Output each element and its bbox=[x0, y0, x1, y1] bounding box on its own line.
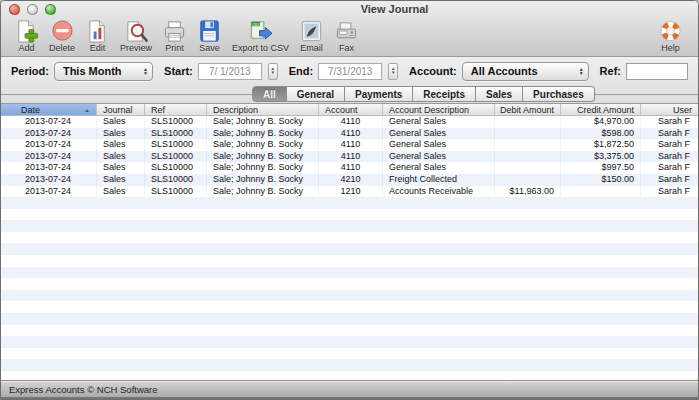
edit-button[interactable]: Edit bbox=[80, 19, 115, 53]
table-row[interactable]: 2013-07-24SalesSLS10000Sale; Johnny B. S… bbox=[1, 139, 698, 151]
mail-stamp-icon bbox=[299, 19, 324, 44]
start-date-field[interactable] bbox=[198, 63, 262, 80]
table-cell: General Sales bbox=[383, 151, 495, 163]
export-to-csv-button[interactable]: CSV Export to CSV bbox=[227, 19, 294, 53]
table-cell: $997.50 bbox=[561, 162, 641, 174]
zoom-button[interactable] bbox=[45, 4, 56, 15]
tab-payments[interactable]: Payments bbox=[345, 86, 413, 102]
start-date-stepper[interactable]: ▲▼ bbox=[268, 63, 278, 80]
tab-sales[interactable]: Sales bbox=[476, 86, 523, 102]
table-cell bbox=[495, 174, 561, 186]
table-cell: Sarah F bbox=[641, 128, 698, 140]
column-header-user[interactable]: User bbox=[641, 104, 698, 115]
table-cell: Sale; Johnny B. Socky bbox=[207, 128, 319, 140]
column-header-account[interactable]: Account bbox=[319, 104, 383, 115]
toolbar-button-label: Export to CSV bbox=[232, 43, 289, 53]
period-label: Period: bbox=[11, 65, 49, 77]
table-cell: 2013-07-24 bbox=[1, 139, 97, 151]
table-cell: Sales bbox=[97, 162, 145, 174]
doc-chart-icon bbox=[85, 19, 110, 44]
close-button[interactable] bbox=[9, 4, 20, 15]
table-cell: 1210 bbox=[319, 186, 383, 198]
column-header-journal[interactable]: Journal bbox=[97, 104, 145, 115]
table-cell: General Sales bbox=[383, 116, 495, 128]
tab-purchases[interactable]: Purchases bbox=[523, 86, 595, 102]
doc-magnifier-icon bbox=[124, 19, 149, 44]
table-cell: Sale; Johnny B. Socky bbox=[207, 174, 319, 186]
preview-button[interactable]: Preview bbox=[115, 19, 157, 53]
table-cell: Sales bbox=[97, 116, 145, 128]
column-header-credit-amount[interactable]: Credit Amount bbox=[561, 104, 641, 115]
toolbar: Add Delete Edit bbox=[1, 18, 698, 56]
popup-arrows-icon: ▲▼ bbox=[579, 67, 584, 76]
table-cell: SLS10000 bbox=[145, 151, 207, 163]
toolbar-button-label: Add bbox=[18, 43, 34, 53]
csv-export-icon: CSV bbox=[248, 19, 273, 44]
table-row[interactable]: 2013-07-24SalesSLS10000Sale; Johnny B. S… bbox=[1, 128, 698, 140]
delete-button[interactable]: Delete bbox=[44, 19, 80, 53]
print-button[interactable]: Print bbox=[157, 19, 192, 53]
table-cell: General Sales bbox=[383, 128, 495, 140]
table-cell: $598.00 bbox=[561, 128, 641, 140]
end-date-stepper[interactable]: ▲▼ bbox=[388, 63, 398, 80]
end-date-field[interactable] bbox=[318, 63, 382, 80]
fax-machine-icon bbox=[334, 19, 359, 44]
table-row[interactable]: 2013-07-24SalesSLS10000Sale; Johnny B. S… bbox=[1, 116, 698, 128]
table-cell: $4,970.00 bbox=[561, 116, 641, 128]
minimize-button[interactable] bbox=[27, 4, 38, 15]
table-cell: Sarah F bbox=[641, 186, 698, 198]
column-header-account-description[interactable]: Account Description bbox=[383, 104, 495, 115]
end-label: End: bbox=[289, 65, 313, 77]
minus-circle-icon bbox=[50, 19, 75, 44]
table-row[interactable]: 2013-07-24SalesSLS10000Sale; Johnny B. S… bbox=[1, 186, 698, 198]
account-select[interactable]: All Accounts ▲▼ bbox=[462, 62, 589, 81]
toolbar-button-label: Save bbox=[199, 43, 220, 53]
column-header-date[interactable]: Date ▲ bbox=[1, 104, 97, 115]
table-cell bbox=[495, 162, 561, 174]
table-cell: 2013-07-24 bbox=[1, 162, 97, 174]
account-select-value: All Accounts bbox=[471, 65, 538, 77]
table-row[interactable]: 2013-07-24SalesSLS10000Sale; Johnny B. S… bbox=[1, 151, 698, 163]
table-cell bbox=[495, 139, 561, 151]
table-cell: Sales bbox=[97, 139, 145, 151]
table-cell: 4110 bbox=[319, 151, 383, 163]
table-cell: General Sales bbox=[383, 139, 495, 151]
add-button[interactable]: Add bbox=[9, 19, 44, 53]
email-button[interactable]: Email bbox=[294, 19, 329, 53]
table-row[interactable]: 2013-07-24SalesSLS10000Sale; Johnny B. S… bbox=[1, 174, 698, 186]
table-cell: Sales bbox=[97, 186, 145, 198]
tab-all[interactable]: All bbox=[252, 86, 287, 102]
table-cell: 2013-07-24 bbox=[1, 116, 97, 128]
titlebar[interactable]: View Journal bbox=[1, 1, 698, 18]
table-cell: SLS10000 bbox=[145, 139, 207, 151]
ref-input[interactable] bbox=[626, 63, 688, 80]
table-cell: $150.00 bbox=[561, 174, 641, 186]
toolbar-button-label: Print bbox=[165, 43, 184, 53]
start-label: Start: bbox=[164, 65, 193, 77]
table-cell: 2013-07-24 bbox=[1, 174, 97, 186]
column-header-ref[interactable]: Ref bbox=[145, 104, 207, 115]
fax-button[interactable]: Fax bbox=[329, 19, 364, 53]
column-header-debit-amount[interactable]: Debit Amount bbox=[495, 104, 561, 115]
table-cell: 2013-07-24 bbox=[1, 128, 97, 140]
table-row[interactable]: 2013-07-24SalesSLS10000Sale; Johnny B. S… bbox=[1, 162, 698, 174]
table-cell: 4110 bbox=[319, 162, 383, 174]
table-header: Date ▲ Journal Ref Description Account A… bbox=[1, 103, 698, 116]
table-cell bbox=[495, 151, 561, 163]
table-cell bbox=[561, 186, 641, 198]
table-cell: Sarah F bbox=[641, 151, 698, 163]
table-cell: Sales bbox=[97, 151, 145, 163]
table-cell: Sale; Johnny B. Socky bbox=[207, 186, 319, 198]
save-button[interactable]: Save bbox=[192, 19, 227, 53]
table-cell bbox=[495, 116, 561, 128]
table-cell: $1,872.50 bbox=[561, 139, 641, 151]
table-cell: Sarah F bbox=[641, 116, 698, 128]
column-header-description[interactable]: Description bbox=[207, 104, 319, 115]
table-cell: Sarah F bbox=[641, 174, 698, 186]
tab-general[interactable]: General bbox=[287, 86, 345, 102]
help-button[interactable]: Help bbox=[653, 19, 688, 53]
tab-receipts[interactable]: Receipts bbox=[413, 86, 476, 102]
printer-icon bbox=[162, 19, 187, 44]
doc-plus-icon bbox=[14, 19, 39, 44]
period-select[interactable]: This Month ▲▼ bbox=[54, 62, 153, 81]
